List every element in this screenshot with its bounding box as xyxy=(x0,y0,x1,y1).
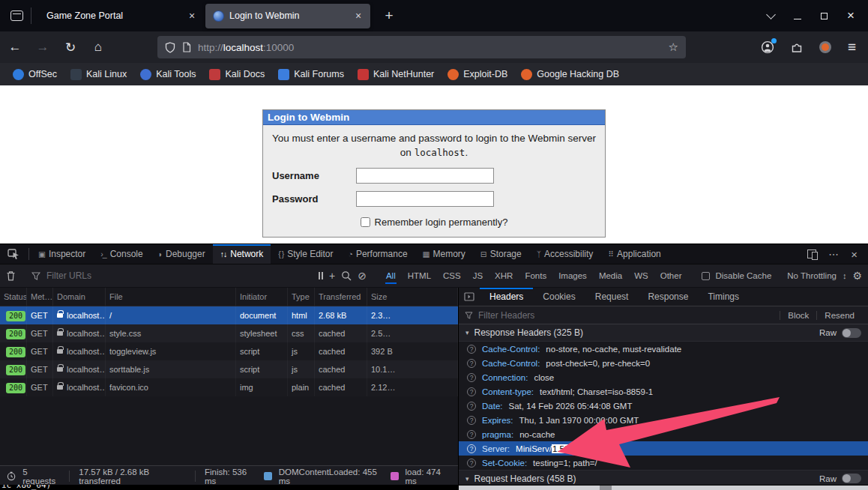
raw-toggle[interactable] xyxy=(842,474,861,483)
minimize-button[interactable] xyxy=(794,19,801,20)
question-circle-icon[interactable]: ? xyxy=(467,373,476,382)
bookmark-item[interactable]: Exploit-DB xyxy=(441,65,514,83)
header-row[interactable]: ?Content-type:text/html; Charset=iso-885… xyxy=(459,384,868,399)
devtools-options-icon[interactable]: ⋯ xyxy=(828,248,839,260)
question-circle-icon[interactable]: ? xyxy=(467,359,476,368)
bookmark-item[interactable]: Kali Tools xyxy=(133,65,202,83)
header-row[interactable]: ?Connection:close xyxy=(459,370,868,384)
devtools-tab-performance[interactable]: ◔Performance xyxy=(341,244,415,264)
question-circle-icon[interactable]: ? xyxy=(467,416,476,425)
resend-button[interactable]: Resend xyxy=(816,311,862,320)
filter-images[interactable]: Images xyxy=(558,269,588,282)
filter-xhr[interactable]: XHR xyxy=(494,269,513,282)
page-info-icon[interactable] xyxy=(182,42,191,52)
filter-js[interactable]: JS xyxy=(472,269,483,282)
header-row[interactable]: ?Cache-Control:post-check=0, pre-check=0 xyxy=(459,356,868,370)
question-circle-icon[interactable]: ? xyxy=(467,444,476,453)
transferred-size[interactable]: 17.57 kB / 2.68 kB transferred xyxy=(79,468,186,486)
bookmark-item[interactable]: Kali NetHunter xyxy=(351,65,441,83)
question-circle-icon[interactable]: ? xyxy=(467,430,476,439)
table-row[interactable]: 200GETlocalhost…/documenthtml2.68 kB2.3… xyxy=(0,306,458,324)
bookmark-star-icon[interactable]: ☆ xyxy=(669,40,678,54)
devtools-close-icon[interactable]: × xyxy=(851,248,858,261)
search-icon[interactable] xyxy=(341,270,352,281)
tab-close-icon[interactable]: × xyxy=(184,10,199,22)
filter-other[interactable]: Other xyxy=(660,269,683,282)
hamburger-menu-icon[interactable]: ≡ xyxy=(848,39,856,55)
devtools-tab-accessibility[interactable]: ᛉAccessibility xyxy=(529,244,601,264)
back-button[interactable]: ← xyxy=(2,35,28,59)
forward-button[interactable]: → xyxy=(30,35,55,59)
network-settings-gear-icon[interactable]: ⚙ xyxy=(852,270,862,282)
firefox-view-icon[interactable] xyxy=(10,10,23,21)
devtools-tab-debugger[interactable]: ◗Debugger xyxy=(151,244,213,264)
details-tab-request[interactable]: Request xyxy=(585,288,639,306)
requests-count[interactable]: 5 requests xyxy=(22,468,60,486)
details-tab-cookies[interactable]: Cookies xyxy=(533,288,585,306)
tab-close-icon[interactable]: × xyxy=(351,10,366,22)
table-row[interactable]: 200GETlocalhost…style.cssstylesheetcssca… xyxy=(0,324,458,342)
table-row[interactable]: 200GETlocalhost…sorttable.jsscriptjscach… xyxy=(0,360,458,378)
filter-all[interactable]: All xyxy=(385,269,397,282)
question-circle-icon[interactable]: ? xyxy=(467,459,476,468)
bookmark-item[interactable]: Kali Docs xyxy=(202,65,271,83)
question-circle-icon[interactable]: ? xyxy=(467,345,476,354)
details-tab-timings[interactable]: Timings xyxy=(698,288,749,306)
header-row[interactable]: ?Set-Cookie:testing=1; path=/ xyxy=(459,456,868,470)
devtools-tab-memory[interactable]: ▦Memory xyxy=(415,244,473,264)
recording-indicator-icon[interactable] xyxy=(822,43,829,51)
table-row[interactable]: 200GETlocalhost…favicon.icoimgplaincache… xyxy=(0,378,458,396)
request-headers-section[interactable]: ▾ Request Headers (458 B) Raw xyxy=(459,470,868,486)
filter-css[interactable]: CSS xyxy=(442,269,462,282)
home-button[interactable]: ⌂ xyxy=(85,35,111,59)
browser-tab[interactable]: Login to Webmin× xyxy=(205,4,370,28)
devtools-tab-storage[interactable]: ⊟Storage xyxy=(473,244,529,264)
header-row[interactable]: ?pragma:no-cache xyxy=(459,427,868,441)
browser-tab[interactable]: Game Zone Portal× xyxy=(39,4,204,28)
pick-element-button[interactable] xyxy=(0,244,27,264)
header-row[interactable]: ?Server:MiniServ/1.580 xyxy=(459,441,868,456)
filter-html[interactable]: HTML xyxy=(407,269,432,282)
split-panel-icon[interactable] xyxy=(459,288,480,306)
devtools-tab-application[interactable]: ⠿Application xyxy=(600,244,668,264)
responsive-design-icon[interactable] xyxy=(807,249,816,258)
new-tab-button[interactable]: + xyxy=(379,7,399,24)
block-url-icon[interactable]: ⊘ xyxy=(358,270,367,282)
block-button[interactable]: Block xyxy=(780,311,816,320)
reload-button[interactable]: ↻ xyxy=(58,35,83,59)
bookmark-item[interactable]: Kali Linux xyxy=(64,65,133,83)
account-button[interactable] xyxy=(761,40,774,54)
response-headers-section[interactable]: ▾ Response Headers (325 B) Raw xyxy=(459,324,868,342)
table-row[interactable]: 200GETlocalhost…toggleview.jsscriptjscac… xyxy=(0,342,458,360)
list-tabs-chevron-icon[interactable] xyxy=(766,10,776,19)
bookmark-item[interactable]: Kali Forums xyxy=(271,65,351,83)
clear-requests-trash-icon[interactable] xyxy=(6,270,16,281)
pause-traffic-icon[interactable] xyxy=(319,272,324,279)
username-field[interactable] xyxy=(356,168,494,184)
filter-media[interactable]: Media xyxy=(598,269,623,282)
bookmark-item[interactable]: OffSec xyxy=(6,65,64,83)
window-close-button[interactable]: × xyxy=(847,12,855,19)
question-circle-icon[interactable]: ? xyxy=(467,387,476,396)
remember-checkbox[interactable] xyxy=(361,217,370,227)
question-circle-icon[interactable]: ? xyxy=(467,402,476,411)
details-tab-response[interactable]: Response xyxy=(638,288,698,306)
shield-icon[interactable] xyxy=(165,42,175,53)
filter-urls-input[interactable]: Filter URLs xyxy=(46,270,91,281)
filter-ws[interactable]: WS xyxy=(633,269,649,282)
maximize-button[interactable] xyxy=(821,13,828,19)
new-request-plus-icon[interactable]: + xyxy=(329,270,335,282)
devtools-tab-style-editor[interactable]: { }Style Editor xyxy=(271,244,340,264)
password-field[interactable] xyxy=(356,191,494,207)
devtools-tab-inspector[interactable]: ▣Inspector xyxy=(31,244,93,264)
filter-fonts[interactable]: Fonts xyxy=(524,269,547,282)
devtools-tab-network[interactable]: ↑↓Network xyxy=(213,244,271,264)
throttling-select[interactable]: No Throttling xyxy=(787,271,837,280)
details-tab-headers[interactable]: Headers xyxy=(480,288,533,306)
filter-headers-input[interactable]: Filter Headers xyxy=(478,310,534,321)
header-row[interactable]: ?Cache-Control:no-store, no-cache, must-… xyxy=(459,342,868,356)
url-bar[interactable]: http://localhost:10000 ☆ xyxy=(157,36,686,58)
extensions-puzzle-icon[interactable] xyxy=(791,41,803,53)
devtools-tab-console[interactable]: ›_Console xyxy=(93,244,150,264)
header-row[interactable]: ?Expires:Thu, 1 Jan 1970 00:00:00 GMT xyxy=(459,413,868,427)
